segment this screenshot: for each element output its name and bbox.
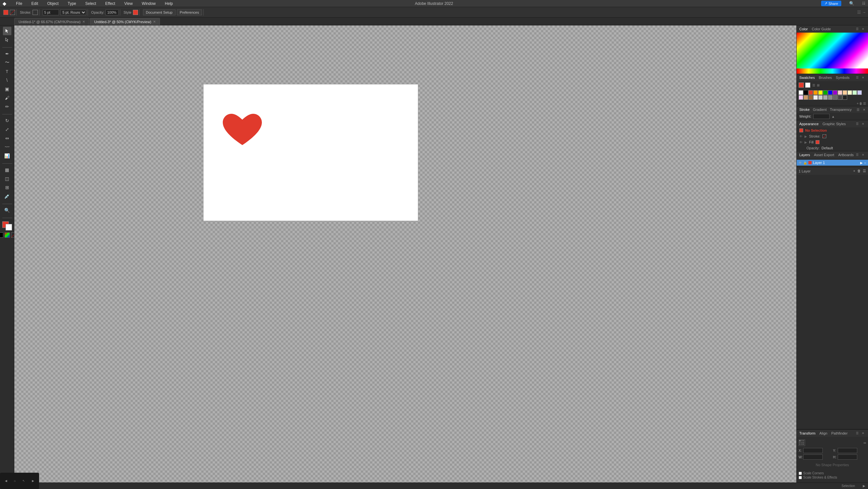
heart-container[interactable] — [223, 113, 262, 149]
new-swatch-icon[interactable]: + — [857, 102, 859, 105]
menu-object[interactable]: Object — [45, 1, 61, 6]
swatch-green[interactable] — [823, 90, 828, 95]
active-swatch[interactable] — [799, 83, 804, 88]
transparency-tab[interactable]: Transparency — [830, 108, 852, 112]
stroke-expand-toggle[interactable]: ▶ — [805, 135, 807, 138]
swatch-black[interactable] — [804, 90, 808, 95]
menu-window[interactable]: Window — [140, 1, 158, 6]
y-input[interactable] — [838, 448, 857, 453]
tab-untitled1-close[interactable]: ✕ — [83, 20, 85, 24]
layers-menu[interactable]: ☰ — [855, 152, 860, 157]
swatch-list-view[interactable]: ☰ — [812, 83, 816, 87]
color-panel-header[interactable]: Color Color Guide ☰ ✕ — [797, 25, 868, 33]
menu-type[interactable]: Type — [66, 1, 78, 6]
taskbar-home[interactable]: ⌂ — [14, 479, 16, 483]
column-chart-tool[interactable]: ▦ — [3, 166, 11, 174]
anchor-tc[interactable] — [801, 440, 803, 441]
selection-tool[interactable] — [3, 27, 11, 35]
rect-tool[interactable]: ▣ — [3, 85, 11, 93]
transform-link-icon[interactable]: ⇔ — [863, 441, 866, 445]
swatch-dark-brown[interactable] — [808, 95, 813, 100]
swatches-tab[interactable]: Swatches — [799, 76, 815, 80]
x-input[interactable] — [803, 448, 823, 453]
new-layer-icon[interactable]: + — [854, 169, 855, 173]
scale-tool[interactable]: ⤢ — [3, 125, 11, 134]
delete-swatch-icon[interactable]: 🗑 — [859, 102, 863, 105]
artboards-tab[interactable]: Artboards — [838, 153, 854, 157]
color-panel-menu[interactable]: ☰ — [855, 27, 860, 31]
stroke-none-swatch[interactable] — [823, 134, 826, 138]
anchor-mc[interactable] — [801, 442, 803, 443]
warp-tool[interactable]: 〰 — [3, 143, 11, 151]
taskbar-back[interactable]: ◀ — [5, 479, 7, 483]
fill-expand-toggle[interactable]: ▶ — [805, 141, 807, 144]
status-arrow[interactable]: ▶ — [863, 484, 865, 488]
panels-icon[interactable]: ☷ — [862, 1, 865, 5]
layer-expand-btn[interactable]: ▶ — [860, 161, 863, 165]
anchor-bl[interactable] — [799, 444, 801, 445]
swatch-gray6[interactable] — [843, 95, 847, 100]
menu-help[interactable]: Help — [163, 1, 175, 6]
swatch-green-light[interactable] — [852, 90, 857, 95]
anchor-grid[interactable] — [799, 439, 805, 446]
zoom-tool[interactable]: 🔍 — [3, 206, 11, 214]
stroke-panel-header[interactable]: Stroke Gradient Transparency ☰ ✕ — [797, 106, 868, 113]
color-gradient-display[interactable] — [797, 33, 868, 68]
align-tab[interactable]: Align — [819, 431, 827, 435]
layer-target-circle[interactable]: ○ — [864, 161, 866, 165]
anchor-tl[interactable] — [799, 440, 801, 441]
color-spectrum[interactable] — [797, 68, 868, 74]
menu-select[interactable]: Select — [83, 1, 98, 6]
swatches-menu[interactable]: ☰ — [855, 75, 860, 80]
graphic-styles-tab[interactable]: Graphic Styles — [823, 122, 846, 126]
fill-color-swatch[interactable] — [3, 10, 8, 15]
appearance-tab[interactable]: Appearance — [799, 122, 818, 126]
swatch-purple[interactable] — [833, 90, 837, 95]
tab-untitled1[interactable]: Untitled-1* @ 66.67% (CMYK/Preview) ✕ — [14, 18, 89, 25]
scale-strokes-label[interactable]: Scale Strokes & Effects — [799, 476, 866, 479]
gradient-icon[interactable] — [5, 232, 10, 238]
anchor-ml[interactable] — [799, 442, 801, 443]
layers-panel-header[interactable]: Layers Asset Export Artboards ☰ ✕ — [797, 151, 868, 159]
stroke-weight-field[interactable] — [813, 114, 830, 119]
appearance-close[interactable]: ✕ — [861, 122, 865, 126]
pen-tool[interactable]: ✒ — [3, 50, 11, 58]
brushes-tab[interactable]: Brushes — [819, 76, 832, 80]
tab-untitled3-close[interactable]: ✕ — [153, 20, 156, 24]
layers-close[interactable]: ✕ — [861, 152, 865, 157]
tab-untitled3[interactable]: Untitled-3* @ 50% (CMYK/Preview) ✕ — [90, 18, 160, 25]
swatch-orange[interactable] — [813, 90, 818, 95]
transform-menu[interactable]: ☰ — [855, 431, 860, 435]
swatch-grid-view[interactable]: ⊞ — [816, 83, 820, 87]
swatch-gray-light[interactable] — [813, 95, 818, 100]
line-tool[interactable]: \ — [3, 76, 11, 84]
swatch-gray1[interactable] — [818, 95, 823, 100]
stroke-tab[interactable]: Stroke — [799, 108, 810, 112]
type-tool[interactable]: T — [3, 67, 11, 76]
gradient-tool[interactable]: ◫ — [3, 174, 11, 183]
swatch-lavender[interactable] — [799, 95, 803, 100]
taskbar-forward[interactable]: ▶ — [32, 479, 34, 483]
swatch-gray5[interactable] — [838, 95, 842, 100]
mesh-tool[interactable]: ⊞ — [3, 183, 11, 192]
asset-export-tab[interactable]: Asset Export — [814, 153, 834, 157]
color-icon[interactable] — [0, 232, 3, 238]
fill-color-indicator[interactable] — [815, 140, 819, 144]
stroke-box[interactable] — [5, 224, 12, 230]
menu-effect[interactable]: Effect — [103, 1, 117, 6]
none-icon[interactable] — [11, 232, 14, 238]
gradient-tab[interactable]: Gradient — [813, 108, 827, 112]
transform-tab[interactable]: Transform — [799, 431, 815, 435]
rotate-tool[interactable]: ↻ — [3, 116, 11, 125]
stroke-panel-menu[interactable]: ☰ — [857, 108, 860, 112]
width-tool[interactable]: ⇔ — [3, 134, 11, 142]
swatch-gray3[interactable] — [828, 95, 833, 100]
menu-view[interactable]: View — [122, 1, 135, 6]
stroke-panel-close[interactable]: ✕ — [863, 108, 865, 112]
stroke-cap-dropdown[interactable]: 5 pt. Round — [60, 9, 86, 15]
anchor-tr[interactable] — [803, 440, 804, 441]
swatches-panel-header[interactable]: Swatches Brushes Symbols ☰ ✕ — [797, 74, 868, 81]
swatch-peach[interactable] — [843, 90, 847, 95]
symbols-tab[interactable]: Symbols — [836, 76, 849, 80]
share-button[interactable]: ↗ Share — [821, 1, 841, 6]
